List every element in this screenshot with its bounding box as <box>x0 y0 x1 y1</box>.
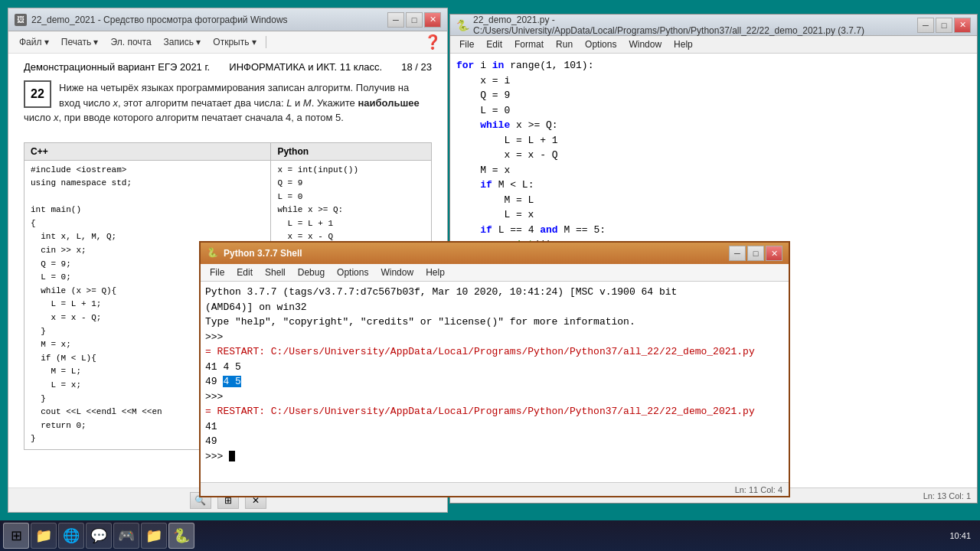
shell-titlebar: 🐍 Python 3.7.7 Shell ─ □ ✕ <box>201 243 789 264</box>
shell-menu-edit[interactable]: Edit <box>230 266 259 279</box>
taskbar-discord[interactable]: 💬 <box>86 523 112 549</box>
minimize-button[interactable]: ─ <box>387 12 404 28</box>
table-header-cpp: C++ <box>24 142 271 160</box>
photo-viewer-title: 22_demo_2021 - Средство просмотра фотогр… <box>31 15 387 25</box>
maximize-button[interactable]: □ <box>406 12 423 28</box>
shell-output-1: 41 4 5 <box>205 360 784 375</box>
shell-menu-file[interactable]: File <box>204 266 230 279</box>
code-line-2: x = i <box>456 73 971 89</box>
idle-window-controls: ─ □ ✕ <box>917 18 971 33</box>
code-line-3: Q = 9 <box>456 88 971 103</box>
shell-menu-options[interactable]: Options <box>331 266 374 279</box>
shell-prompt-2: >>> <box>205 390 784 405</box>
idle-titlebar: 🐍 22_demo_2021.py - C:/Users/University/… <box>450 15 977 36</box>
code-line-12: if L == 4 and M == 5: <box>456 223 971 238</box>
menu-format[interactable]: Format <box>508 37 550 51</box>
idle-title: 22_demo_2021.py - C:/Users/University/Ap… <box>473 15 917 36</box>
toolbar-email[interactable]: Эл. почта <box>106 35 156 49</box>
menu-options[interactable]: Options <box>579 37 622 51</box>
taskbar-folder[interactable]: 📁 <box>141 523 167 549</box>
shell-menubar: File Edit Shell Debug Options Window Hel… <box>201 264 789 282</box>
photo-viewer-toolbar: Файл ▾ Печать ▾ Эл. почта Запись ▾ Откры… <box>8 31 447 54</box>
code-line-11: L = x <box>456 207 971 223</box>
shell-menu-window[interactable]: Window <box>374 266 420 279</box>
toolbar-record[interactable]: Запись ▾ <box>159 35 206 49</box>
shell-window: 🐍 Python 3.7.7 Shell ─ □ ✕ File Edit She… <box>199 241 790 497</box>
shell-content[interactable]: Python 3.7.7 (tags/v3.7.7:d7c567b03f, Ma… <box>201 282 789 482</box>
menu-window[interactable]: Window <box>622 37 668 51</box>
shell-cursor <box>229 451 235 461</box>
shell-output-3: 41 <box>205 419 784 435</box>
photo-viewer-titlebar: 🖼 22_demo_2021 - Средство просмотра фото… <box>8 8 447 31</box>
taskbar-clock: 10:41 <box>943 531 977 540</box>
shell-version-line1: Python 3.7.7 (tags/v3.7.7:d7c567b03f, Ma… <box>205 285 784 300</box>
menu-file[interactable]: File <box>453 37 480 51</box>
idle-menubar: File Edit Format Run Options Window Help <box>450 36 977 54</box>
code-line-7: x = x - Q <box>456 148 971 163</box>
menu-edit[interactable]: Edit <box>480 37 508 51</box>
shell-title: Python 3.7.7 Shell <box>224 248 729 259</box>
shell-icon: 🐍 <box>207 247 219 259</box>
shell-output-2-highlighted: 49 4 5 <box>205 374 784 390</box>
code-line-5: while x >= Q: <box>456 118 971 133</box>
shell-output-4: 49 <box>205 434 784 449</box>
shell-version-line2: (AMD64)] on win32 <box>205 300 784 315</box>
shell-window-controls: ─ □ ✕ <box>729 246 782 261</box>
taskbar-python[interactable]: 🐍 <box>168 523 194 549</box>
code-line-8: M = x <box>456 163 971 178</box>
question-block: 22 Ниже на четырёх языках программирован… <box>24 80 432 133</box>
shell-statusbar: Ln: 11 Col: 4 <box>201 482 789 496</box>
code-line-4: L = 0 <box>456 103 971 119</box>
python-icon: 🐍 <box>456 19 469 31</box>
taskbar-file-explorer[interactable]: 📁 <box>31 523 57 549</box>
shell-restart-1: = RESTART: C:/Users/University/AppData/L… <box>205 344 784 360</box>
taskbar-steam[interactable]: 🎮 <box>113 523 139 549</box>
taskbar-chrome[interactable]: 🌐 <box>58 523 84 549</box>
question-number: 22 <box>24 80 51 108</box>
toolbar-separator <box>266 36 266 48</box>
help-icon[interactable]: ❓ <box>424 34 441 51</box>
shell-minimize-button[interactable]: ─ <box>729 246 746 261</box>
table-header-python: Python <box>271 142 432 160</box>
idle-maximize-button[interactable]: □ <box>936 18 952 33</box>
toolbar-open[interactable]: Открыть ▾ <box>208 35 260 49</box>
toolbar-file[interactable]: Файл ▾ <box>15 35 54 49</box>
taskbar: ⊞ 📁 🌐 💬 🎮 📁 🐍 10:41 <box>0 520 980 551</box>
header-right: 18 / 23 <box>401 61 432 73</box>
idle-status-text: Ln: 13 Col: 1 <box>923 491 971 500</box>
close-button[interactable]: ✕ <box>424 12 441 28</box>
header-left: Демонстрационный вариант ЕГЭ 2021 г. <box>24 61 210 73</box>
code-line-9: if M < L: <box>456 178 971 193</box>
shell-highlight-45: 4 5 <box>223 376 240 387</box>
idle-close-button[interactable]: ✕ <box>954 18 971 33</box>
shell-menu-help[interactable]: Help <box>420 266 451 279</box>
clock-time: 10:41 <box>949 531 971 540</box>
shell-restart-2: = RESTART: C:/Users/University/AppData/L… <box>205 404 784 419</box>
photo-viewer-icon: 🖼 <box>15 14 27 26</box>
photo-viewer-window-controls: ─ □ ✕ <box>387 12 441 28</box>
code-line-6: L = L + 1 <box>456 133 971 148</box>
menu-help[interactable]: Help <box>668 37 699 51</box>
code-line-1: for i in range(1, 101): <box>456 58 971 73</box>
viewer-header: Демонстрационный вариант ЕГЭ 2021 г. ИНФ… <box>24 61 432 73</box>
shell-status-text: Ln: 11 Col: 4 <box>735 485 782 494</box>
shell-menu-debug[interactable]: Debug <box>292 266 331 279</box>
header-center: ИНФОРМАТИКА и ИКТ. 11 класс. <box>229 61 382 73</box>
idle-minimize-button[interactable]: ─ <box>917 18 934 33</box>
shell-info-line: Type "help", "copyright", "credits" or "… <box>205 315 784 330</box>
code-line-10: M = L <box>456 193 971 208</box>
shell-prompt-1: >>> <box>205 330 784 345</box>
toolbar-print[interactable]: Печать ▾ <box>57 35 103 49</box>
shell-close-button[interactable]: ✕ <box>766 246 782 261</box>
shell-prompt-3: >>> <box>205 449 784 465</box>
shell-menu-shell[interactable]: Shell <box>259 266 292 279</box>
question-text: Ниже на четырёх языках программирования … <box>24 80 432 126</box>
shell-maximize-button[interactable]: □ <box>747 246 764 261</box>
start-button[interactable]: ⊞ <box>3 523 29 549</box>
menu-run[interactable]: Run <box>550 37 579 51</box>
